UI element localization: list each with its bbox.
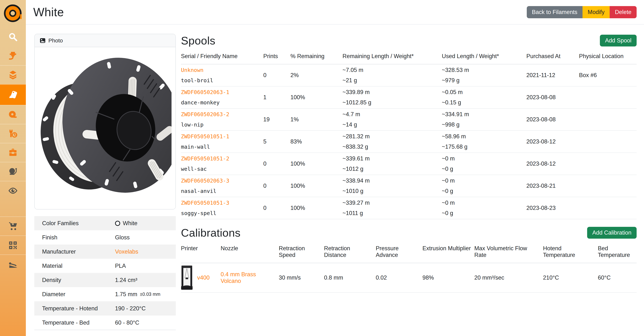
percent-remaining-value: 1% bbox=[290, 116, 342, 123]
serial-friendly-name-cell: ZWDF060502063-1dance-monkey bbox=[181, 89, 263, 106]
percent-remaining-value: 83% bbox=[290, 138, 342, 145]
main-content: Photo bbox=[26, 25, 644, 336]
printer-link[interactable]: v400 bbox=[197, 274, 210, 281]
qr-code-icon bbox=[8, 240, 18, 250]
spool-serial-link[interactable]: ZWDF050501051-1 bbox=[181, 133, 260, 140]
sidebar-item-toolbox[interactable] bbox=[0, 143, 26, 162]
used-length: ~334.91 m bbox=[442, 111, 524, 118]
spool-row[interactable]: Unknowntool-broil02%~7.05 m~21 g~328.53 … bbox=[181, 64, 636, 86]
property-value: 1.24 cm³ bbox=[115, 277, 176, 283]
spool-serial-link[interactable]: ZWDF050501051-3 bbox=[181, 199, 260, 206]
sidebar-item-materials[interactable] bbox=[0, 65, 26, 84]
used-weight: ~0.15 g bbox=[442, 99, 524, 106]
remaining-length: ~7.05 m bbox=[342, 66, 439, 74]
filament-properties-table: Color FamiliesWhiteFinishGlossManufactur… bbox=[34, 216, 176, 330]
nozzle-link[interactable]: 0.4 mm Brass Volcano bbox=[221, 271, 256, 284]
spool-row[interactable]: ZWDF050501051-1main-wall583%~281.32 m~83… bbox=[181, 131, 636, 153]
spools-column-header: Used Length / Weight* bbox=[442, 53, 526, 60]
app-logo[interactable] bbox=[0, 0, 26, 27]
cart-download-icon bbox=[8, 221, 18, 231]
nozzle-cell: 0.4 mm Brass Volcano bbox=[221, 271, 279, 284]
spools-column-header: Physical Location bbox=[579, 53, 636, 60]
remaining-length: ~339.89 m bbox=[342, 89, 439, 96]
spool-serial-link[interactable]: ZWDF050501051-2 bbox=[181, 155, 260, 162]
property-value-text: 60 - 80°C bbox=[115, 320, 139, 326]
back-to-filaments-button[interactable]: Back to Filaments bbox=[527, 6, 582, 18]
spool-serial-link[interactable]: Unknown bbox=[181, 66, 260, 74]
sidebar-item-qr-codes[interactable] bbox=[0, 235, 26, 254]
sidebar-item-visibility[interactable] bbox=[0, 181, 26, 200]
prints-value: 0 bbox=[263, 205, 290, 211]
spool-friendly-name: well-sac bbox=[181, 165, 260, 172]
color-swatch bbox=[115, 221, 120, 226]
spool-row[interactable]: ZWDF060502063-2low-nip191%~4.7 m~14 g~33… bbox=[181, 109, 636, 131]
used-length-weight-cell: ~0.05 m~0.15 g bbox=[442, 89, 526, 106]
sidebar-item-printing[interactable] bbox=[0, 46, 26, 65]
search-icon bbox=[8, 32, 18, 42]
property-value: 1.75 mm±0.03 mm bbox=[115, 291, 176, 298]
spool-serial-link[interactable]: ZWDF060502063-3 bbox=[181, 177, 260, 184]
calibrations-column-header: Printer bbox=[181, 245, 221, 258]
modify-button[interactable]: Modify bbox=[582, 6, 610, 18]
spool-row[interactable]: ZWDF060502063-1dance-monkey1100%~339.89 … bbox=[181, 86, 636, 109]
spool-friendly-name: soggy-spell bbox=[181, 209, 260, 217]
property-label: Temperature - Hotend bbox=[42, 305, 115, 312]
filament-swatch-icon bbox=[8, 90, 18, 100]
used-length-weight-cell: ~334.91 m~998 g bbox=[442, 111, 526, 128]
property-row: Density1.24 cm³ bbox=[34, 273, 176, 287]
used-length-weight-cell: ~328.53 m~979 g bbox=[442, 66, 526, 84]
filament-photo bbox=[35, 47, 176, 209]
calibrations-column-header: Hotend Temperature bbox=[543, 245, 598, 258]
extrusion-multiplier-value: 98% bbox=[422, 274, 474, 281]
prints-value: 5 bbox=[263, 138, 290, 145]
sidebar-item-spools[interactable] bbox=[0, 105, 26, 124]
topbar: White Back to FilamentsModifyDelete bbox=[26, 0, 644, 24]
add-calibration-button[interactable]: Add Calibration bbox=[587, 227, 636, 239]
tape-roll-icon bbox=[8, 110, 18, 120]
sidebar-item-maintenance[interactable] bbox=[0, 124, 26, 143]
photo-icon bbox=[40, 37, 46, 44]
remaining-length-weight-cell: ~7.05 m~21 g bbox=[342, 66, 442, 84]
manufacturer-link[interactable]: Voxelabs bbox=[115, 248, 138, 255]
spool-row[interactable]: ZWDF050501051-3soggy-spell0100%~339.27 m… bbox=[181, 197, 636, 219]
property-tolerance: ±0.03 mm bbox=[140, 292, 160, 297]
property-row: Temperature - Bed60 - 80°C bbox=[34, 316, 176, 330]
purchased-at-value: 2023-08-08 bbox=[526, 94, 579, 101]
delete-button[interactable]: Delete bbox=[610, 6, 636, 18]
property-value: 60 - 80°C bbox=[115, 320, 176, 326]
spools-column-header: Serial / Friendly Name bbox=[181, 53, 263, 60]
usage-slope-icon bbox=[8, 259, 18, 269]
sidebar-item-alerts[interactable] bbox=[0, 162, 26, 181]
spools-column-header: Prints bbox=[263, 53, 290, 60]
add-spool-button[interactable]: Add Spool bbox=[600, 35, 636, 46]
prints-value: 0 bbox=[263, 72, 290, 79]
spool-row[interactable]: ZWDF050501051-2well-sac0100%~339.61 m~10… bbox=[181, 153, 636, 175]
sidebar-item-search[interactable] bbox=[0, 27, 26, 46]
property-value: Voxelabs bbox=[115, 248, 176, 255]
calibrations-column-header: Retraction Speed bbox=[279, 245, 324, 258]
calibration-row[interactable]: v400 0.4 mm Brass Volcano 30 mm/s 0.8 mm… bbox=[181, 263, 636, 293]
property-value-text: White bbox=[123, 220, 137, 227]
percent-remaining-value: 100% bbox=[290, 94, 342, 101]
detail-column: Spools Add Spool Serial / Friendly NameP… bbox=[181, 34, 636, 336]
layers-icon bbox=[8, 70, 18, 80]
photo-card: Photo bbox=[34, 34, 176, 209]
property-row: FinishGloss bbox=[34, 230, 176, 245]
calibrations-column-header: Max Volumetric Flow Rate bbox=[474, 245, 543, 258]
filament-summary-column: Photo bbox=[34, 34, 176, 336]
spool-row[interactable]: ZWDF060502063-3nasal-anvil0100%~338.94 m… bbox=[181, 175, 636, 197]
sidebar-item-usage[interactable] bbox=[0, 254, 26, 274]
sidebar-item-purchases[interactable] bbox=[0, 216, 26, 235]
used-length: ~0 m bbox=[442, 177, 524, 184]
spool-serial-link[interactable]: ZWDF060502063-2 bbox=[181, 111, 260, 118]
spool-friendly-name: nasal-anvil bbox=[181, 187, 260, 195]
remaining-length: ~338.94 m bbox=[342, 177, 439, 184]
serial-friendly-name-cell: ZWDF050501051-3soggy-spell bbox=[181, 199, 263, 217]
spool-serial-link[interactable]: ZWDF060502063-1 bbox=[181, 89, 260, 96]
used-weight: ~0 g bbox=[442, 187, 524, 195]
prints-value: 19 bbox=[263, 116, 290, 123]
calibrations-column-header: Retraction Distance bbox=[324, 245, 376, 258]
spool-friendly-name: low-nip bbox=[181, 121, 260, 128]
prints-value: 0 bbox=[263, 182, 290, 189]
sidebar-item-filaments[interactable] bbox=[0, 84, 26, 105]
